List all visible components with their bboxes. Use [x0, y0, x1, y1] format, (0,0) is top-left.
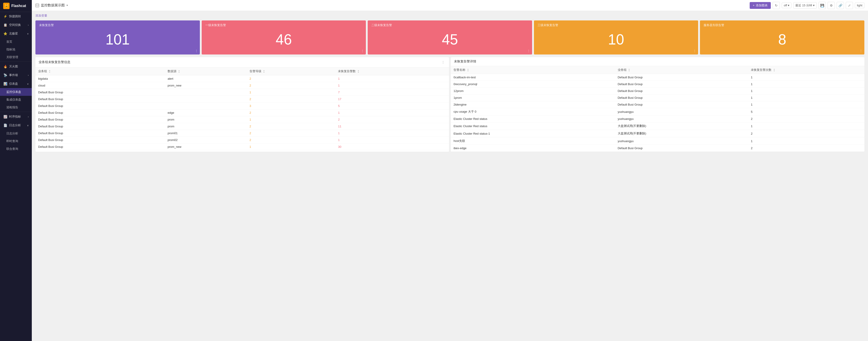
- cell-biz-group: Default Busi Group: [615, 101, 748, 108]
- sidebar-item-label: 时序指标: [9, 115, 21, 119]
- table-row: Default Busi Group prom 2 11: [35, 123, 449, 130]
- table-row: Default Busi Group prom_new 1 30: [35, 144, 449, 150]
- logo-icon: 🐱: [3, 3, 9, 9]
- cell-data-source: prom: [165, 123, 247, 130]
- sidebar-item-dashboard[interactable]: 📊 仪表盘 ∨: [0, 80, 32, 88]
- sort-icon[interactable]: ▲▼: [178, 70, 180, 73]
- sidebar-item-label: 即时查询: [6, 139, 18, 143]
- sidebar-item-north-star[interactable]: ⭐ 北极星 ∨: [0, 29, 32, 38]
- fire-map-icon: 🔥: [3, 64, 7, 68]
- cell-alert-name: cpu usage 大于 0: [451, 108, 615, 116]
- card-menu-button[interactable]: ⋮: [195, 49, 198, 53]
- sidebar-item-label: 快捷跳转: [9, 14, 21, 19]
- fullscreen-button[interactable]: ⤢: [846, 2, 853, 9]
- refresh-button[interactable]: ↻: [773, 2, 780, 9]
- sidebar-item-correlation[interactable]: 关联管理: [0, 53, 32, 61]
- dashboard-icon: 📊: [3, 82, 7, 86]
- sidebar-item-union-query[interactable]: 联合查询: [0, 145, 32, 153]
- settings-button[interactable]: ⚙: [828, 2, 835, 9]
- table-row: Elastic Cluster Red status-1 大盘测试用(不要删除)…: [451, 130, 864, 137]
- sidebar-item-instant-query[interactable]: 即时查询: [0, 137, 32, 145]
- svg-rect-0: [36, 4, 38, 6]
- add-panel-label: 添加图表: [756, 3, 768, 7]
- cell-count: 30: [335, 144, 449, 150]
- add-variable-link[interactable]: 添加变量: [35, 13, 47, 18]
- off-chevron-icon: ▾: [788, 4, 789, 7]
- alert-card-level2[interactable]: 二级未恢复告警 45 ⋮: [368, 21, 532, 55]
- cell-biz-group: Default Busi Group: [35, 123, 165, 130]
- sidebar-item-monitor-dashboard[interactable]: 监控仪表盘: [0, 88, 32, 96]
- sidebar: 🐱 Flashcat ⚡ 快捷跳转 📋 空间切换 › ⭐ 北极星 ∨ 首页 指标…: [0, 0, 32, 341]
- card-menu-button[interactable]: ⋮: [361, 49, 364, 53]
- add-panel-icon: +: [753, 4, 755, 7]
- space-switch-icon: 📋: [3, 23, 7, 27]
- right-table-panel: 未恢复告警详情 告警名称 ▲▼ 业务组 ▲▼: [451, 57, 864, 152]
- alert-card-unrecovered[interactable]: 未恢复告警 101 ⋮: [35, 21, 200, 55]
- sort-icon[interactable]: ▲▼: [628, 68, 630, 72]
- sidebar-item-log-analysis-sub[interactable]: 日志分析: [0, 130, 32, 137]
- table-row: cpu usage 大于 0 yushuangyu 5: [451, 108, 864, 116]
- cell-biz-group: yushuangyu: [615, 108, 748, 116]
- time-range-control[interactable]: 最近 15 分钟 ▾: [793, 2, 817, 9]
- sidebar-item-quick-jump[interactable]: ⚡ 快捷跳转: [0, 12, 32, 21]
- link-button[interactable]: 🔗: [837, 2, 844, 9]
- sort-icon[interactable]: ▲▼: [773, 68, 775, 72]
- alert-card-level3[interactable]: 三级未恢复告警 10 ⋮: [534, 21, 699, 55]
- sidebar-item-patrol-report[interactable]: 巡检报告: [0, 103, 32, 111]
- sidebar-item-metrics[interactable]: 指标池: [0, 45, 32, 53]
- cell-biz-group: Default Busi Group: [615, 81, 748, 88]
- card-menu-button[interactable]: ⋮: [693, 49, 696, 53]
- card-menu-button[interactable]: ⋮: [859, 49, 863, 53]
- table-row: 2tdengine Default Busi Group 1: [451, 101, 864, 108]
- right-table-header: 未恢复告警详情: [451, 57, 864, 66]
- alert-card-title: 服务器失联告警: [704, 23, 861, 27]
- add-panel-button[interactable]: + 添加图表: [750, 2, 771, 9]
- cell-biz-group: Default Busi Group: [615, 94, 748, 101]
- sidebar-item-home[interactable]: 首页: [0, 38, 32, 45]
- card-menu-button[interactable]: ⋮: [527, 49, 530, 53]
- sidebar-item-log-analysis[interactable]: 📄 日志分析 ∨: [0, 121, 32, 130]
- sidebar-item-integrated-dashboard[interactable]: 集成仪表盘: [0, 96, 32, 103]
- cell-count: 1: [748, 101, 864, 108]
- sort-icon[interactable]: ▲▼: [49, 70, 51, 73]
- chevron-down-icon: ∨: [27, 32, 29, 35]
- table-row: Default Busi Group prom02 2 1: [35, 137, 449, 144]
- cell-data-source: [165, 103, 247, 110]
- sort-icon[interactable]: ▲▼: [358, 70, 359, 73]
- cell-alert-level: 1: [247, 116, 335, 123]
- cell-count: 2: [748, 130, 864, 137]
- chevron-right-icon: ›: [28, 74, 29, 76]
- cell-count: 1: [335, 75, 449, 82]
- cell-biz-group: Default Busi Group: [615, 145, 748, 152]
- sidebar-item-event-wall[interactable]: 📡 事件墙 ›: [0, 71, 32, 80]
- title-chevron-icon[interactable]: ▾: [66, 4, 68, 7]
- sidebar-item-time-metrics[interactable]: 📈 时序指标 ›: [0, 113, 32, 121]
- sidebar-item-label: 空间切换: [9, 23, 21, 27]
- sidebar-item-fire-map[interactable]: 🔥 灭火图: [0, 62, 32, 71]
- table-row: cloud prom_new 2 1: [35, 82, 449, 89]
- sort-icon[interactable]: ▲▼: [467, 68, 469, 72]
- page-title: 监控数据展示图: [41, 3, 65, 7]
- sidebar-item-label: 事件墙: [9, 73, 18, 77]
- tables-row: 业务组未恢复告警信息 ⋮ 业务组 ▲▼ 数据源: [35, 57, 864, 152]
- chevron-right-icon: ›: [28, 24, 29, 26]
- sidebar-item-space-switch[interactable]: 📋 空间切换 ›: [0, 21, 32, 29]
- left-table-menu-button[interactable]: ⋮: [440, 60, 446, 65]
- sort-icon[interactable]: ▲▼: [263, 70, 265, 73]
- save-button[interactable]: 💾: [818, 2, 826, 9]
- alert-card-level1[interactable]: 一级未恢复告警 46 ⋮: [202, 21, 366, 55]
- cell-alert-name: host失联: [451, 137, 615, 145]
- off-control[interactable]: off ▾: [782, 2, 792, 8]
- cell-biz-group: 大盘测试用(不要删除): [615, 130, 748, 137]
- cell-alert-name: 2tdengine: [451, 101, 615, 108]
- cell-alert-level: 2: [247, 75, 335, 82]
- cell-data-source: prom01: [165, 130, 247, 137]
- alert-card-server-lost[interactable]: 服务器失联告警 8 ⋮: [700, 21, 864, 55]
- sidebar-item-label: 日志分析: [9, 123, 21, 127]
- cell-alert-level: 1: [247, 89, 335, 96]
- sidebar-divider: [0, 112, 32, 112]
- table-row: bigdata alert 2 1: [35, 75, 449, 82]
- theme-control[interactable]: light: [855, 2, 864, 8]
- time-metrics-icon: 📈: [3, 115, 7, 119]
- main-body: 添加变量 未恢复告警 101 ⋮ 一级未恢复告警 46 ⋮ 二级未恢复告警 45…: [32, 11, 868, 341]
